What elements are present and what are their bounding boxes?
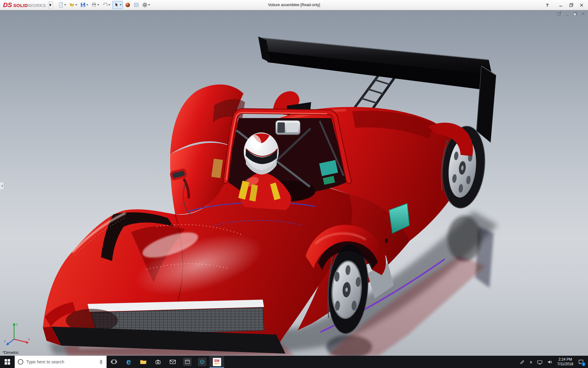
brand-works: WORKS bbox=[28, 3, 46, 8]
mirror-pod[interactable] bbox=[276, 121, 300, 135]
action-center-button[interactable]: 3 bbox=[576, 356, 586, 368]
new-document-icon bbox=[58, 2, 64, 8]
print-icon bbox=[91, 2, 97, 8]
speaker-icon bbox=[547, 359, 553, 365]
dropdown-caret-icon bbox=[86, 4, 88, 6]
save-button[interactable] bbox=[79, 1, 89, 9]
help-button[interactable]: ? bbox=[542, 0, 552, 10]
edit-appearance-button[interactable] bbox=[124, 1, 131, 9]
doc-minimize-button[interactable] bbox=[565, 12, 570, 16]
clock-date: 7/11/2018 bbox=[557, 362, 574, 366]
cortana-ring-icon bbox=[17, 358, 24, 365]
taskbar-app-window[interactable] bbox=[180, 356, 195, 368]
taskbar-edge[interactable]: e bbox=[121, 356, 136, 368]
solidworks-app-icon: SW 2017 bbox=[213, 358, 221, 366]
new-document-button[interactable] bbox=[57, 1, 67, 9]
car-assembly-render[interactable] bbox=[0, 10, 588, 356]
restore-icon bbox=[569, 3, 573, 7]
print-button[interactable] bbox=[90, 1, 100, 9]
save-icon bbox=[80, 2, 86, 8]
ds-monogram: DS bbox=[3, 1, 12, 9]
task-view-button[interactable] bbox=[107, 356, 121, 368]
doc-close-button[interactable] bbox=[581, 12, 586, 16]
task-view-icon bbox=[111, 358, 117, 365]
taskbar-mail[interactable] bbox=[165, 356, 180, 368]
x-axis-label: x bbox=[28, 337, 30, 341]
taskbar-clock[interactable]: 2:24 PM 7/11/2018 bbox=[555, 357, 576, 366]
options-gear-icon bbox=[142, 2, 148, 8]
start-button[interactable] bbox=[0, 356, 15, 368]
taskbar-file-explorer[interactable] bbox=[136, 356, 151, 368]
featuremanager-flyout-tab[interactable] bbox=[0, 182, 4, 190]
taskbar-app-3d[interactable] bbox=[195, 356, 209, 368]
window-title: Voiture assemblee [Read-only] bbox=[268, 3, 320, 7]
minimize-icon bbox=[559, 3, 563, 7]
edge-icon: e bbox=[126, 358, 131, 366]
select-cursor-icon bbox=[114, 2, 119, 8]
graphics-viewport[interactable]: y x z *Dimetric bbox=[0, 10, 588, 356]
dropdown-caret-icon bbox=[97, 4, 99, 6]
minimize-icon bbox=[565, 12, 569, 16]
popout-icon bbox=[557, 12, 561, 16]
dropdown-caret-icon bbox=[148, 4, 150, 6]
search-input[interactable] bbox=[26, 359, 96, 364]
left-triangle-icon bbox=[1, 185, 3, 187]
open-folder-icon bbox=[69, 2, 75, 8]
clock-time: 2:24 PM bbox=[558, 357, 572, 362]
undo-icon bbox=[102, 2, 108, 8]
undo-button[interactable] bbox=[101, 1, 111, 9]
options-button[interactable] bbox=[141, 1, 151, 9]
select-tool-button[interactable] bbox=[112, 1, 123, 9]
z-axis-label: z bbox=[4, 339, 6, 343]
titlebar: DS SOLIDWORKS bbox=[0, 0, 588, 10]
close-button[interactable] bbox=[576, 0, 587, 10]
taskbar-solidworks[interactable]: SW 2017 bbox=[209, 356, 224, 368]
orientation-triad: y x z bbox=[4, 321, 32, 347]
dropdown-caret-icon bbox=[120, 4, 122, 6]
sheet-grid-icon bbox=[134, 2, 139, 8]
windows-logo-icon bbox=[5, 359, 10, 365]
close-icon bbox=[580, 3, 583, 7]
right-triangle-icon bbox=[50, 3, 51, 6]
file-explorer-icon bbox=[140, 358, 147, 366]
document-window-controls bbox=[557, 12, 586, 16]
menu-expand-arrow[interactable] bbox=[48, 2, 53, 8]
cube-app-icon bbox=[198, 358, 206, 366]
standard-toolbar bbox=[57, 1, 151, 9]
dropdown-caret-icon bbox=[75, 4, 77, 6]
doc-newwindow-button[interactable] bbox=[557, 12, 562, 16]
taskbar-store[interactable] bbox=[151, 356, 165, 368]
solidworks-window: DS SOLIDWORKS bbox=[0, 0, 588, 368]
view-orientation-label: *Dimetric bbox=[2, 350, 19, 355]
taskbar-search[interactable] bbox=[15, 356, 107, 368]
doc-restore-button[interactable] bbox=[573, 12, 578, 16]
restore-button[interactable] bbox=[566, 0, 576, 10]
close-icon bbox=[581, 12, 585, 16]
appearance-sphere-icon bbox=[125, 2, 130, 8]
chevron-up-icon: ∧ bbox=[530, 360, 533, 364]
mail-icon bbox=[169, 358, 176, 366]
dark-app-icon bbox=[183, 358, 191, 366]
y-axis-label: y bbox=[16, 322, 18, 326]
sheet-format-button[interactable] bbox=[133, 1, 140, 9]
dropdown-caret-icon bbox=[108, 4, 110, 6]
volume-button[interactable] bbox=[545, 356, 555, 368]
network-icon bbox=[537, 359, 543, 365]
dropdown-caret-icon bbox=[64, 4, 66, 6]
hidden-icons-button[interactable]: ∧ bbox=[527, 356, 535, 368]
restore-icon bbox=[573, 12, 577, 16]
windows-ink-button[interactable] bbox=[518, 356, 527, 368]
pen-icon bbox=[520, 359, 525, 365]
microphone-icon[interactable] bbox=[98, 358, 104, 365]
network-button[interactable] bbox=[535, 356, 545, 368]
minimize-button[interactable] bbox=[556, 0, 566, 10]
notification-badge: 3 bbox=[582, 362, 586, 366]
brand-solid: SOLID bbox=[13, 3, 28, 8]
window-controls: ? bbox=[542, 0, 587, 10]
open-button[interactable] bbox=[68, 1, 78, 9]
windows-taskbar: e SW 2017 ∧ bbox=[0, 356, 588, 368]
solidworks-logo: DS SOLIDWORKS bbox=[0, 1, 48, 9]
system-tray: ∧ 2:24 PM 7/11/2018 3 bbox=[518, 356, 588, 368]
store-icon bbox=[154, 358, 162, 366]
